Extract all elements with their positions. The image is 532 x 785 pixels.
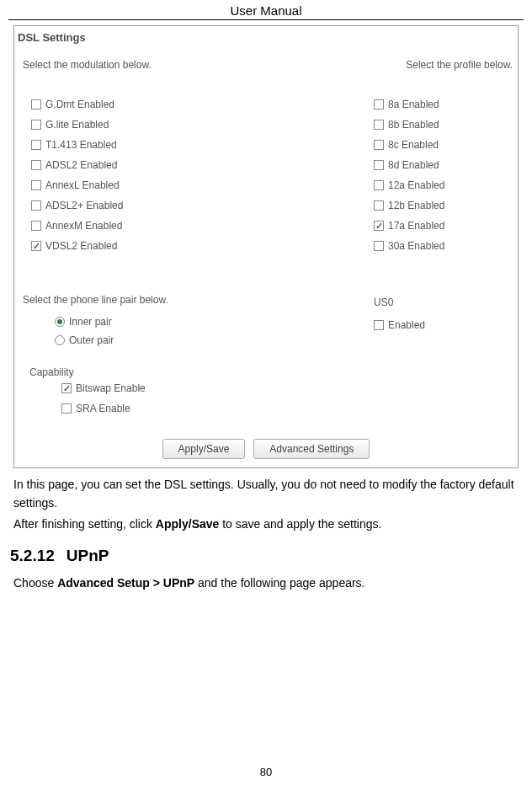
section-heading: 5.2.12UPnP bbox=[8, 533, 524, 572]
checkbox-bitswap[interactable] bbox=[61, 383, 72, 393]
section-number: 5.2.12 bbox=[10, 547, 66, 564]
checkbox-adsl2plus[interactable] bbox=[31, 200, 41, 211]
checkbox-label: ADSL2 Enabled bbox=[45, 159, 117, 171]
checkbox-annexm[interactable] bbox=[31, 221, 41, 231]
checkbox-label: T1.413 Enabled bbox=[45, 139, 117, 151]
us0-heading: US0 bbox=[374, 256, 513, 315]
checkbox-label: SRA Enable bbox=[76, 403, 130, 414]
checkbox-glite[interactable] bbox=[31, 120, 41, 130]
checkbox-12a[interactable] bbox=[374, 180, 384, 190]
checkbox-label: AnnexL Enabled bbox=[45, 179, 120, 191]
body-paragraph-1: In this page, you can set the DSL settin… bbox=[13, 478, 514, 510]
checkbox-8b[interactable] bbox=[374, 120, 384, 130]
checkbox-label: G.lite Enabled bbox=[45, 119, 109, 131]
body-paragraph-2a: After finishing setting, click bbox=[13, 517, 156, 531]
phone-line-label: Select the phone line pair below. bbox=[23, 294, 365, 306]
page-number: 80 bbox=[0, 766, 532, 778]
checkbox-8d[interactable] bbox=[374, 160, 384, 170]
apply-save-button[interactable]: Apply/Save bbox=[162, 439, 246, 459]
checkbox-label: Bitswap Enable bbox=[76, 382, 146, 394]
checkbox-adsl2[interactable] bbox=[31, 160, 41, 170]
checkbox-label: 8c Enabled bbox=[388, 139, 439, 151]
section-body-a: Choose bbox=[13, 576, 57, 590]
profile-list: 8a Enabled 8b Enabled 8c Enabled 8d Enab… bbox=[374, 94, 513, 256]
body-paragraph-2c: to save and apply the settings. bbox=[219, 517, 381, 531]
checkbox-30a[interactable] bbox=[374, 241, 384, 251]
advanced-settings-button[interactable]: Advanced Settings bbox=[253, 439, 370, 459]
phone-line-options: Inner pair Outer pair bbox=[23, 306, 365, 350]
checkbox-sra[interactable] bbox=[61, 403, 72, 414]
checkbox-12b[interactable] bbox=[374, 200, 384, 211]
checkbox-label: 8d Enabled bbox=[388, 159, 439, 171]
capability-options: Bitswap Enable SRA Enable bbox=[29, 378, 365, 419]
checkbox-t1413[interactable] bbox=[31, 140, 41, 150]
button-row: Apply/Save Advanced Settings bbox=[16, 419, 516, 466]
modulation-label: Select the modulation below. bbox=[23, 45, 365, 94]
checkbox-label: 8b Enabled bbox=[388, 119, 439, 131]
section-title: UPnP bbox=[66, 547, 109, 564]
section-body-b: Advanced Setup > UPnP bbox=[57, 576, 194, 590]
checkbox-17a[interactable] bbox=[374, 221, 384, 231]
capability-heading: Capability bbox=[29, 366, 365, 378]
checkbox-vdsl2[interactable] bbox=[31, 241, 41, 251]
checkbox-label: 12a Enabled bbox=[388, 179, 444, 191]
body-paragraph-2b: Apply/Save bbox=[156, 517, 219, 531]
page-title: User Manual bbox=[8, 0, 524, 20]
radio-inner-pair[interactable] bbox=[55, 317, 65, 327]
radio-label: Inner pair bbox=[69, 316, 112, 328]
checkbox-gdmt[interactable] bbox=[31, 99, 41, 109]
checkbox-label: 30a Enabled bbox=[388, 240, 444, 252]
checkbox-annexl[interactable] bbox=[31, 180, 41, 190]
checkbox-us0-enabled[interactable] bbox=[374, 320, 384, 330]
radio-label: Outer pair bbox=[69, 334, 114, 346]
checkbox-label: 17a Enabled bbox=[388, 220, 444, 232]
dsl-settings-heading: DSL Settings bbox=[16, 28, 516, 45]
dsl-settings-screenshot: DSL Settings Select the modulation below… bbox=[13, 25, 519, 468]
checkbox-label: G.Dmt Enabled bbox=[45, 99, 114, 110]
checkbox-label: AnnexM Enabled bbox=[45, 220, 122, 232]
section-body-c: and the following page appears. bbox=[194, 576, 364, 590]
checkbox-label: Enabled bbox=[388, 319, 425, 331]
checkbox-label: 8a Enabled bbox=[388, 99, 439, 110]
checkbox-label: ADSL2+ Enabled bbox=[45, 200, 123, 211]
modulation-list: G.Dmt Enabled G.lite Enabled T1.413 Enab… bbox=[23, 94, 365, 256]
checkbox-8a[interactable] bbox=[374, 99, 384, 109]
checkbox-8c[interactable] bbox=[374, 140, 384, 150]
checkbox-label: 12b Enabled bbox=[388, 200, 444, 211]
radio-outer-pair[interactable] bbox=[55, 335, 65, 345]
checkbox-label: VDSL2 Enabled bbox=[45, 240, 117, 252]
profile-label: Select the profile below. bbox=[374, 45, 513, 94]
